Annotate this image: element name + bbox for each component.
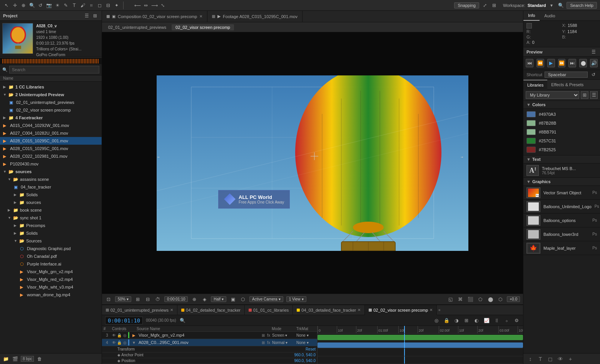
snapping-button[interactable]: Snapping bbox=[454, 2, 479, 8]
region-render-icon[interactable]: ⊡ bbox=[105, 296, 112, 303]
roto-tool[interactable]: ⊟ bbox=[105, 2, 112, 9]
snapping-icon[interactable]: ⤢ bbox=[481, 2, 488, 9]
layer-eye-icon[interactable]: 👁 bbox=[112, 333, 116, 337]
color-mgmt-icon[interactable]: ⬡ bbox=[497, 296, 504, 303]
panel-grid-icon[interactable]: ⊞ bbox=[92, 12, 99, 19]
timeline-playhead[interactable] bbox=[404, 326, 405, 333]
library-text-icon[interactable]: T bbox=[536, 355, 544, 363]
shortcut-reset-icon[interactable]: ↺ bbox=[590, 71, 597, 78]
preview-menu-icon[interactable]: ☰ bbox=[590, 48, 597, 55]
frame-blend-icon[interactable]: ⊞ bbox=[463, 317, 470, 324]
library-rect-icon[interactable]: ◻ bbox=[547, 355, 554, 363]
layer-trkmat-dropdown[interactable]: None ▾ bbox=[296, 341, 316, 345]
channel-icon[interactable]: ⬤ bbox=[487, 296, 494, 303]
fx-icon[interactable]: fx bbox=[266, 333, 271, 337]
motion-blur-icon[interactable]: ◐ bbox=[473, 317, 480, 324]
list-item[interactable]: ▣ 04_face_tracker bbox=[0, 183, 102, 191]
grid-icon[interactable]: ⊟ bbox=[144, 296, 151, 303]
layer-lock-icon[interactable]: 🔒 bbox=[117, 340, 122, 345]
library-list-view-icon[interactable]: ☰ bbox=[590, 91, 598, 99]
anchor-point-value[interactable]: 960.0, 540.0 bbox=[294, 353, 316, 357]
workspace-search[interactable]: 🔍 bbox=[557, 2, 564, 9]
anchor-tool[interactable]: ✛ bbox=[12, 2, 18, 9]
library-dropdown[interactable]: My Library bbox=[526, 91, 579, 99]
list-item[interactable]: ▶ 📁 Precomps bbox=[0, 222, 102, 229]
library-sync-icon[interactable]: ↕ bbox=[526, 355, 534, 363]
timeline-tab-0201[interactable]: 02_01_uninterrupted_previews ✕ bbox=[102, 305, 177, 315]
zoom-dropdown[interactable]: 50% ▾ bbox=[115, 296, 131, 302]
workspace-chevron[interactable]: ▾ bbox=[548, 2, 555, 9]
color-item-4[interactable]: #257C31 bbox=[526, 137, 597, 145]
transform-section-header[interactable]: Transform Reset bbox=[102, 346, 317, 352]
list-item[interactable]: ▼ 📂 2 Uninterrupted Preview bbox=[0, 91, 102, 99]
search-tool[interactable]: ⊕ bbox=[20, 2, 27, 9]
list-item[interactable]: ▼ 📂 Sources bbox=[0, 237, 102, 245]
align-left[interactable]: ⟵ bbox=[134, 2, 141, 9]
play-button[interactable]: ▶ bbox=[547, 59, 555, 67]
timeline-tab-0202[interactable]: 02_02_visor screen precomp ✕ bbox=[365, 305, 437, 315]
graphic-item-logo[interactable]: Balloons_Unlimited_Logo Ps bbox=[523, 200, 600, 214]
reset-button[interactable]: Reset bbox=[306, 347, 316, 351]
list-item[interactable]: ▶ 📁 sources bbox=[0, 199, 102, 206]
exposure-display[interactable]: +0.0 bbox=[507, 296, 520, 302]
text-tool[interactable]: T bbox=[71, 2, 78, 9]
layer-lock-icon[interactable]: 🔒 bbox=[117, 333, 122, 337]
paint-tool[interactable]: 🖌 bbox=[79, 2, 86, 9]
list-item[interactable]: ▼ 📂 sync shot 1 bbox=[0, 214, 102, 222]
tab-libraries[interactable]: Libraries bbox=[523, 80, 547, 90]
layer-mode-dropdown[interactable]: Screen ▾ bbox=[272, 333, 295, 337]
list-item[interactable]: ▶ 📁 Solids bbox=[0, 191, 102, 199]
close-tab[interactable]: ✕ bbox=[430, 308, 433, 312]
list-item[interactable]: ▶ A028_C022_102981_001.mov bbox=[0, 152, 102, 160]
list-item[interactable]: ▶ 📁 book scene bbox=[0, 206, 102, 214]
list-item[interactable]: ⬡ Diagnostic Graphic.psd bbox=[0, 245, 102, 252]
colors-section-header[interactable]: ▼ Colors bbox=[523, 101, 600, 109]
color-item-5[interactable]: #7B2525 bbox=[526, 146, 597, 154]
snap-icon[interactable]: ⊕ bbox=[191, 296, 198, 303]
graphic-item-vector[interactable]: Ps Vector Smart Object Ps bbox=[523, 186, 600, 200]
timeline-settings-icon[interactable]: ⚙ bbox=[513, 317, 520, 324]
track-bar-4[interactable] bbox=[318, 342, 523, 348]
tab-info[interactable]: Info bbox=[523, 11, 540, 21]
library-add-icon[interactable]: + bbox=[567, 355, 574, 363]
list-item[interactable]: ⬡ Purple Interface.ai bbox=[0, 260, 102, 268]
list-item[interactable]: ▶ Visor_Mgfx_red_v2.mp4 bbox=[0, 276, 102, 283]
list-item[interactable]: ▶ Visor_Mgfx_wht_v3.mp4 bbox=[0, 283, 102, 291]
list-item[interactable]: ▶ 📁 Solids bbox=[0, 229, 102, 237]
step-forward-button[interactable]: ⏩ bbox=[558, 59, 566, 67]
layer-expand-icon[interactable]: ▼ bbox=[130, 339, 137, 346]
graphic-item-options[interactable]: Balloons_options Ps bbox=[523, 214, 600, 227]
list-item[interactable]: ▶ A015_C044_10292W_001.mov bbox=[0, 122, 102, 129]
tab-02-01[interactable]: 02_01_uninterrupted_previews bbox=[104, 24, 170, 30]
panel-menu-icon[interactable]: ☰ bbox=[83, 12, 90, 19]
lock-icon[interactable]: 🔒 bbox=[443, 317, 450, 324]
camera-dropdown[interactable]: Active Camera ▾ bbox=[249, 296, 283, 302]
timecode-display[interactable]: 0:00:01:10 bbox=[164, 296, 188, 302]
close-tab[interactable]: ✕ bbox=[358, 308, 361, 312]
search-help-button[interactable]: Search Help bbox=[567, 2, 597, 9]
list-item[interactable]: ⬡ Oh Canada!.pdf bbox=[0, 252, 102, 260]
graph-editor-icon[interactable]: 📈 bbox=[483, 317, 490, 324]
layer-solo-icon[interactable]: ◎ bbox=[122, 333, 127, 337]
project-search-input[interactable] bbox=[9, 66, 99, 73]
timeline-ruler-icon[interactable]: ⧛ bbox=[493, 317, 500, 324]
snapping-ext-icon[interactable]: ⊞ bbox=[491, 2, 498, 9]
library-grid-view-icon[interactable]: ⊞ bbox=[581, 91, 588, 99]
shy-icon[interactable]: ◑ bbox=[453, 317, 460, 324]
pen-tool[interactable]: ✎ bbox=[62, 2, 69, 9]
view-dropdown[interactable]: 1 View ▾ bbox=[286, 296, 306, 302]
list-item[interactable]: ▶ P1020430.mov bbox=[0, 160, 102, 168]
expand-tool[interactable]: ⤡ bbox=[159, 2, 166, 9]
track-bar-3[interactable] bbox=[318, 335, 523, 340]
timeline-tab-0101[interactable]: 01_01_cc_libraries bbox=[245, 305, 293, 315]
toggle-3d-icon[interactable]: ⬠ bbox=[477, 296, 484, 303]
puppet-tool[interactable]: ✦ bbox=[113, 2, 120, 9]
record-button[interactable]: ⬤ bbox=[579, 59, 587, 67]
solo-icon[interactable]: ◎ bbox=[433, 317, 440, 324]
toggle-motion-icon[interactable]: ⌘ bbox=[457, 296, 464, 303]
color-item-3[interactable]: #8BB791 bbox=[526, 128, 597, 136]
graphic-item-lower3rd[interactable]: Balloons_lower3rd Ps bbox=[523, 227, 600, 241]
color-item-1[interactable]: #4970A3 bbox=[526, 110, 597, 118]
camera-tool[interactable]: 📷 bbox=[45, 2, 52, 9]
list-item[interactable]: ▶ A027_C004_10282U_001.mov bbox=[0, 129, 102, 137]
